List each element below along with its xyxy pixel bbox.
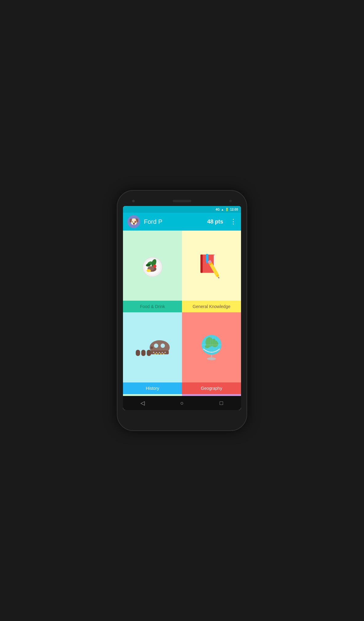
- svg-point-35: [157, 353, 159, 354]
- phone-bottom-bar: [123, 410, 241, 419]
- category-food-drink[interactable]: Food & Drink: [123, 231, 182, 312]
- svg-point-6: [153, 264, 156, 268]
- svg-point-31: [159, 352, 160, 354]
- speaker: [173, 200, 191, 202]
- signal-label: 4G: [216, 208, 220, 211]
- book-pencil-icon: [196, 252, 227, 279]
- history-icon-area: [123, 312, 182, 382]
- geography-label-area: Geography: [182, 382, 241, 394]
- avatar[interactable]: 🐶: [127, 215, 140, 228]
- app-header: 🐶 Ford P 48 pts ⋮: [123, 213, 241, 231]
- food-drink-icon-area: [123, 231, 182, 301]
- history-label-area: History: [123, 382, 182, 394]
- battery-icon: 🔋: [225, 208, 229, 211]
- back-button[interactable]: ◁: [138, 398, 148, 408]
- geography-icon-area: [182, 312, 241, 382]
- food-plate-icon: [139, 252, 166, 279]
- front-camera: [132, 200, 135, 202]
- user-name: Ford P: [144, 218, 204, 225]
- svg-point-37: [163, 353, 164, 354]
- svg-point-28: [151, 346, 153, 349]
- recents-button[interactable]: □: [216, 398, 226, 408]
- svg-point-41: [205, 345, 209, 348]
- sensor: [229, 200, 232, 202]
- svg-rect-12: [206, 254, 208, 262]
- category-general-knowledge[interactable]: General Knowledge: [182, 231, 241, 312]
- svg-point-33: [164, 352, 166, 353]
- phone-top-bar: [123, 196, 241, 206]
- phone-nav-bar: ◁ ○ □: [123, 396, 241, 410]
- svg-rect-21: [136, 350, 140, 356]
- svg-rect-10: [200, 255, 203, 273]
- general-knowledge-icon-area: [182, 231, 241, 301]
- food-drink-label-area: Food & Drink: [123, 301, 182, 312]
- svg-point-26: [154, 344, 158, 348]
- menu-button[interactable]: ⋮: [230, 218, 237, 226]
- avatar-image: 🐶: [129, 218, 139, 226]
- phone-device: 4G ▲ 🔋 12:00 🐶 Ford P 48 pts ⋮: [117, 191, 247, 430]
- category-geography[interactable]: Geography: [182, 312, 241, 394]
- food-drink-label: Food & Drink: [140, 304, 165, 309]
- svg-point-27: [160, 344, 165, 348]
- svg-rect-23: [147, 350, 151, 356]
- svg-point-7: [146, 269, 151, 272]
- dino-fossil-icon: [134, 337, 171, 358]
- home-button[interactable]: ○: [177, 398, 187, 408]
- general-knowledge-label: General Knowledge: [193, 304, 231, 309]
- svg-point-30: [156, 352, 157, 354]
- geography-label: Geography: [201, 386, 222, 391]
- status-bar: 4G ▲ 🔋 12:00: [123, 206, 241, 213]
- signal-icon: ▲: [221, 208, 224, 211]
- svg-point-46: [207, 357, 216, 360]
- svg-point-32: [162, 352, 163, 354]
- svg-rect-22: [141, 350, 145, 356]
- globe-icon: [198, 332, 225, 363]
- phone-screen: 4G ▲ 🔋 12:00 🐶 Ford P 48 pts ⋮: [123, 206, 241, 410]
- category-history[interactable]: History: [123, 312, 182, 394]
- categories-grid: Food & Drink: [123, 231, 241, 394]
- time-label: 12:00: [230, 208, 238, 211]
- points-display: 48 pts: [207, 219, 223, 225]
- general-knowledge-label-area: General Knowledge: [182, 301, 241, 312]
- svg-point-36: [160, 353, 161, 354]
- svg-point-29: [153, 352, 155, 353]
- history-label: History: [146, 386, 159, 391]
- svg-point-34: [155, 353, 156, 354]
